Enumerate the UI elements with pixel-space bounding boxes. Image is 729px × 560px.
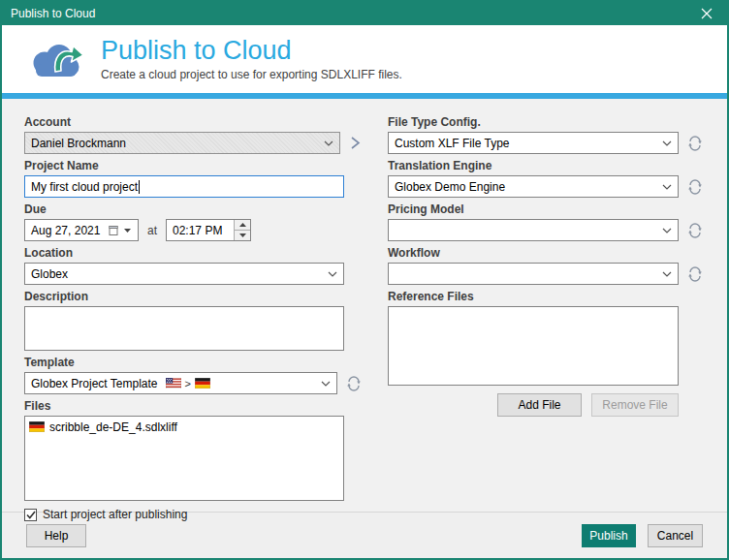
chevron-down-icon — [656, 140, 672, 146]
reference-files-label: Reference Files — [388, 290, 712, 303]
translation-engine-label: Translation Engine — [388, 159, 712, 172]
due-time-value: 02:17 PM — [173, 224, 222, 237]
us-flag-icon — [166, 378, 181, 389]
publish-button[interactable]: Publish — [582, 524, 636, 547]
pricing-model-label: Pricing Model — [388, 202, 712, 216]
workflow-field: Workflow — [388, 246, 712, 285]
german-flag-icon — [29, 421, 45, 432]
workflow-combobox[interactable] — [388, 263, 679, 285]
help-button[interactable]: Help — [26, 524, 86, 547]
file-type-config-label: File Type Config. — [388, 115, 712, 129]
german-flag-icon — [195, 378, 210, 389]
window-titlebar[interactable]: Publish to Cloud — [2, 2, 727, 25]
description-field: Description — [24, 290, 362, 351]
chevron-down-icon — [656, 228, 672, 233]
file-type-config-field: File Type Config. Custom XLF File Type — [388, 115, 712, 154]
reference-files-field: Reference Files Add File Remove File — [388, 290, 712, 417]
project-name-value: My first cloud project — [31, 180, 138, 194]
chevron-down-icon — [656, 184, 672, 190]
file-list-item[interactable]: scribble_de-DE_4.sdlxliff — [29, 419, 339, 435]
file-type-config-refresh-button[interactable] — [687, 136, 703, 151]
triangle-down-icon — [239, 233, 246, 237]
right-column: File Type Config. Custom XLF File Type — [388, 115, 712, 421]
description-label: Description — [24, 290, 362, 303]
form-body: Account Daniel Brockmann — [2, 99, 727, 512]
close-button[interactable] — [686, 2, 727, 25]
template-language-pair: > — [166, 378, 210, 389]
language-pair-separator: > — [185, 378, 191, 389]
project-name-input[interactable]: My first cloud project — [24, 175, 344, 198]
reference-files-listbox[interactable] — [388, 306, 679, 386]
due-date-picker[interactable]: Aug 27, 2021 — [24, 219, 139, 241]
page-title: Publish to Cloud — [101, 37, 402, 64]
add-file-button[interactable]: Add File — [497, 393, 582, 417]
chevron-down-icon — [656, 271, 672, 277]
location-value: Globex — [31, 267, 68, 281]
pricing-model-refresh-button[interactable] — [687, 223, 703, 238]
calendar-icon — [109, 225, 119, 236]
start-project-checkbox-label: Start project after publishing — [43, 508, 187, 521]
account-expand-button[interactable] — [349, 136, 362, 150]
refresh-icon — [687, 136, 703, 151]
refresh-icon — [687, 179, 703, 195]
time-spinner — [234, 220, 250, 240]
spinner-down-button[interactable] — [235, 230, 250, 240]
translation-engine-value: Globex Demo Engine — [395, 180, 505, 194]
text-caret — [139, 180, 140, 194]
file-name: scribble_de-DE_4.sdlxliff — [49, 420, 177, 434]
cancel-button[interactable]: Cancel — [648, 524, 703, 547]
account-value: Daniel Brockmann — [31, 137, 126, 150]
translation-engine-field: Translation Engine Globex Demo Engine — [388, 159, 712, 198]
translation-engine-refresh-button[interactable] — [687, 179, 703, 195]
template-label: Template — [24, 356, 362, 369]
dialog-header: Publish to Cloud Create a cloud project … — [2, 25, 727, 93]
start-project-checkbox-row[interactable]: Start project after publishing — [24, 508, 362, 521]
location-combobox[interactable]: Globex — [24, 263, 344, 285]
page-subtitle: Create a cloud project to use for export… — [101, 68, 402, 81]
chevron-right-icon — [349, 136, 362, 150]
checkbox-checked-icon[interactable] — [24, 509, 37, 521]
remove-file-button[interactable]: Remove File — [591, 393, 679, 417]
file-type-config-combobox[interactable]: Custom XLF File Type — [388, 132, 679, 154]
dropdown-arrow-icon[interactable] — [123, 228, 132, 233]
spinner-up-button[interactable] — [235, 220, 250, 230]
template-field: Template Globex Project Template — [24, 356, 362, 394]
template-combobox[interactable]: Globex Project Template — [24, 372, 337, 394]
close-icon — [701, 8, 713, 19]
chevron-down-icon — [322, 271, 337, 277]
files-label: Files — [24, 399, 362, 413]
reference-files-buttons: Add File Remove File — [388, 393, 679, 417]
triangle-up-icon — [239, 223, 246, 227]
chevron-down-icon — [315, 381, 331, 387]
account-field: Account Daniel Brockmann — [24, 115, 362, 154]
project-name-label: Project Name — [24, 159, 362, 172]
refresh-icon — [687, 223, 703, 238]
chevron-down-icon — [318, 140, 333, 146]
pricing-model-field: Pricing Model — [388, 202, 712, 241]
account-combobox[interactable]: Daniel Brockmann — [24, 132, 340, 154]
pricing-model-combobox[interactable] — [388, 219, 679, 241]
template-refresh-button[interactable] — [346, 376, 362, 391]
refresh-icon — [687, 266, 703, 282]
due-time-input[interactable]: 02:17 PM — [166, 219, 251, 241]
header-text: Publish to Cloud Create a cloud project … — [101, 37, 402, 80]
due-field: Due Aug 27, 2021 — [24, 202, 362, 241]
account-label: Account — [24, 115, 362, 129]
publish-cloud-icon — [29, 37, 85, 81]
location-label: Location — [24, 246, 362, 260]
template-value: Globex Project Template — [31, 377, 158, 390]
left-column: Account Daniel Brockmann — [24, 115, 362, 521]
workflow-refresh-button[interactable] — [687, 266, 703, 282]
publish-to-cloud-dialog: Publish to Cloud Publish to Cloud Create… — [0, 0, 729, 560]
location-field: Location Globex — [24, 246, 362, 285]
files-listbox[interactable]: scribble_de-DE_4.sdlxliff — [24, 416, 344, 501]
description-textarea[interactable] — [24, 306, 344, 351]
window-title: Publish to Cloud — [11, 7, 95, 20]
project-name-field: Project Name My first cloud project — [24, 159, 362, 198]
refresh-icon — [346, 376, 362, 391]
file-type-config-value: Custom XLF File Type — [395, 137, 510, 150]
due-label: Due — [24, 202, 362, 216]
due-date-value: Aug 27, 2021 — [31, 224, 100, 237]
due-at-label: at — [147, 224, 157, 237]
translation-engine-combobox[interactable]: Globex Demo Engine — [388, 175, 679, 198]
